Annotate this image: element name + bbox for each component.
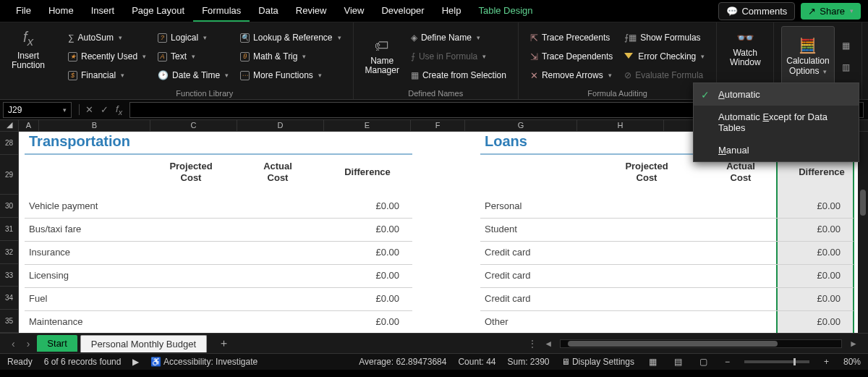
watch-window-button[interactable]: 👓 WatchWindow bbox=[724, 26, 766, 70]
horizontal-scrollbar[interactable] bbox=[560, 339, 842, 348]
datetime-button[interactable]: 🕑Date & Time▾ bbox=[153, 67, 233, 84]
tab-insert[interactable]: Insert bbox=[82, 1, 124, 22]
calc-sheet-button[interactable]: ▥ bbox=[838, 59, 854, 76]
col-e[interactable]: E bbox=[324, 120, 411, 131]
loans-row-3: Credit card bbox=[485, 270, 531, 281]
scroll-left-icon[interactable]: ◄ bbox=[541, 339, 556, 349]
tab-help[interactable]: Help bbox=[433, 1, 470, 22]
tab-view[interactable]: View bbox=[335, 1, 373, 22]
insert-function-button[interactable]: fx InsertFunction bbox=[7, 26, 49, 73]
group-insert-function: fx InsertFunction bbox=[0, 22, 56, 99]
trans-diff-3: £0.00 bbox=[326, 270, 412, 281]
recently-used-button[interactable]: ★Recently Used▾ bbox=[64, 48, 150, 65]
error-checking-button[interactable]: Error Checking▾ bbox=[620, 48, 709, 65]
tab-review[interactable]: Review bbox=[287, 1, 336, 22]
enter-icon[interactable]: ✓ bbox=[98, 104, 111, 115]
sheet-tab-start[interactable]: Start bbox=[37, 335, 77, 352]
remove-arrows-button[interactable]: ✕Remove Arrows▾ bbox=[526, 67, 617, 84]
sheet-tab-active[interactable]: Personal Monthly Budget bbox=[80, 335, 207, 352]
zoom-level[interactable]: 80% bbox=[843, 357, 861, 367]
math-icon: θ bbox=[240, 52, 250, 62]
loans-diff-2: £0.00 bbox=[781, 247, 854, 258]
col-f[interactable]: F bbox=[411, 120, 465, 131]
col-g[interactable]: G bbox=[465, 120, 577, 131]
trans-row-2: Insurance bbox=[29, 247, 70, 258]
vertical-scrollbar[interactable] bbox=[858, 132, 868, 333]
sheet-nav-next[interactable]: › bbox=[22, 338, 35, 350]
tab-page-layout[interactable]: Page Layout bbox=[123, 1, 193, 22]
cancel-icon[interactable]: ✕ bbox=[79, 104, 96, 115]
status-bar: Ready 6 of 6 records found ▶ ♿ Accessibi… bbox=[0, 353, 868, 370]
row-34[interactable]: 34 bbox=[0, 287, 19, 310]
row-35[interactable]: 35 bbox=[0, 310, 19, 333]
fx-icon: fx bbox=[23, 29, 33, 49]
sheet-tabs-row: ‹ › Start Personal Monthly Budget ＋ ⋮ ◄ … bbox=[0, 333, 868, 353]
text-button[interactable]: AText▾ bbox=[153, 48, 233, 65]
zoom-out-icon[interactable]: − bbox=[722, 357, 733, 367]
add-sheet-button[interactable]: ＋ bbox=[210, 336, 238, 350]
tab-file[interactable]: File bbox=[7, 1, 40, 22]
scroll-right-icon[interactable]: ► bbox=[846, 339, 861, 349]
define-name-button[interactable]: ◈Define Name▾ bbox=[407, 29, 511, 46]
row-32[interactable]: 32 bbox=[0, 241, 19, 264]
name-box[interactable]: J29 ▾ bbox=[3, 102, 72, 118]
create-from-selection-button[interactable]: ▦Create from Selection bbox=[407, 67, 511, 84]
status-accessibility[interactable]: ♿ Accessibility: Investigate bbox=[150, 357, 258, 367]
tab-data[interactable]: Data bbox=[250, 1, 286, 22]
col-b[interactable]: B bbox=[39, 120, 150, 131]
col-a[interactable]: A bbox=[19, 120, 39, 131]
hdr-actual-cost: ActualCost bbox=[249, 161, 307, 183]
col-h[interactable]: H bbox=[577, 120, 664, 131]
loans-row-2: Credit card bbox=[485, 247, 531, 258]
tab-table-design[interactable]: Table Design bbox=[469, 1, 541, 22]
math-button[interactable]: θMath & Trig▾ bbox=[236, 48, 345, 65]
hdr-projected-cost: ProjectedCost bbox=[155, 161, 227, 183]
view-normal-icon[interactable]: ▦ bbox=[646, 357, 660, 367]
tab-options-icon[interactable]: ⋮ bbox=[528, 339, 537, 349]
row-31[interactable]: 31 bbox=[0, 218, 19, 241]
fx-icon[interactable]: fx bbox=[113, 103, 125, 117]
calc-automatic[interactable]: ✓ Automatic bbox=[694, 83, 859, 106]
comment-icon: 💬 bbox=[726, 6, 738, 17]
status-count: Count: 44 bbox=[458, 357, 495, 367]
calc-now-button[interactable]: ▦ bbox=[838, 37, 854, 54]
name-manager-icon: 🏷 bbox=[375, 38, 389, 54]
view-page-layout-icon[interactable]: ▤ bbox=[671, 357, 685, 367]
calc-auto-except[interactable]: Automatic Except for Data Tables bbox=[694, 106, 859, 139]
trace-dependents-button[interactable]: ⇲Trace Dependents bbox=[526, 48, 617, 65]
logical-button[interactable]: ?Logical▾ bbox=[153, 29, 233, 46]
calculation-options-button[interactable]: 🧮 CalculationOptions ▾ bbox=[781, 26, 834, 87]
tab-developer[interactable]: Developer bbox=[373, 1, 433, 22]
show-formulas-button[interactable]: ⨍▦Show Formulas bbox=[620, 29, 709, 46]
calc-manual[interactable]: Manual bbox=[694, 139, 859, 161]
tab-formulas[interactable]: Formulas bbox=[193, 1, 250, 22]
row-33[interactable]: 33 bbox=[0, 264, 19, 287]
col-c[interactable]: C bbox=[150, 120, 237, 131]
sheet-nav-prev[interactable]: ‹ bbox=[7, 338, 20, 350]
status-macro-icon[interactable]: ▶ bbox=[132, 357, 139, 367]
zoom-slider[interactable] bbox=[744, 360, 809, 363]
row-headers: 28 29 30 31 32 33 34 35 bbox=[0, 132, 19, 333]
chevron-down-icon[interactable]: ▾ bbox=[63, 106, 67, 114]
comments-button[interactable]: 💬 Comments bbox=[718, 2, 795, 20]
share-button[interactable]: ↗ Share ▾ bbox=[801, 3, 861, 20]
col-d[interactable]: D bbox=[237, 120, 324, 131]
trace-precedents-button[interactable]: ⇱Trace Precedents bbox=[526, 29, 617, 46]
financial-button[interactable]: $Financial▾ bbox=[64, 67, 150, 84]
row-28[interactable]: 28 bbox=[0, 132, 19, 155]
name-manager-button[interactable]: 🏷 NameManager bbox=[361, 26, 404, 87]
row-29[interactable]: 29 bbox=[0, 155, 19, 195]
use-in-formula-button: ⨍Use in Formula▾ bbox=[407, 48, 511, 65]
lookup-button[interactable]: 🔍Lookup & Reference▾ bbox=[236, 29, 345, 46]
view-page-break-icon[interactable]: ▢ bbox=[697, 357, 710, 367]
autosum-button[interactable]: ∑AutoSum▾ bbox=[64, 29, 150, 46]
display-settings-button[interactable]: 🖥 Display Settings bbox=[561, 357, 634, 367]
calc-now-icon: ▦ bbox=[842, 41, 850, 51]
more-functions-button[interactable]: ⋯More Functions▾ bbox=[236, 67, 345, 84]
tab-home[interactable]: Home bbox=[40, 1, 82, 22]
share-label: Share bbox=[820, 6, 845, 17]
select-all[interactable]: ◢ bbox=[0, 120, 19, 131]
zoom-in-icon[interactable]: + bbox=[821, 357, 832, 367]
trans-diff-5: £0.00 bbox=[326, 316, 412, 327]
row-30[interactable]: 30 bbox=[0, 195, 19, 218]
